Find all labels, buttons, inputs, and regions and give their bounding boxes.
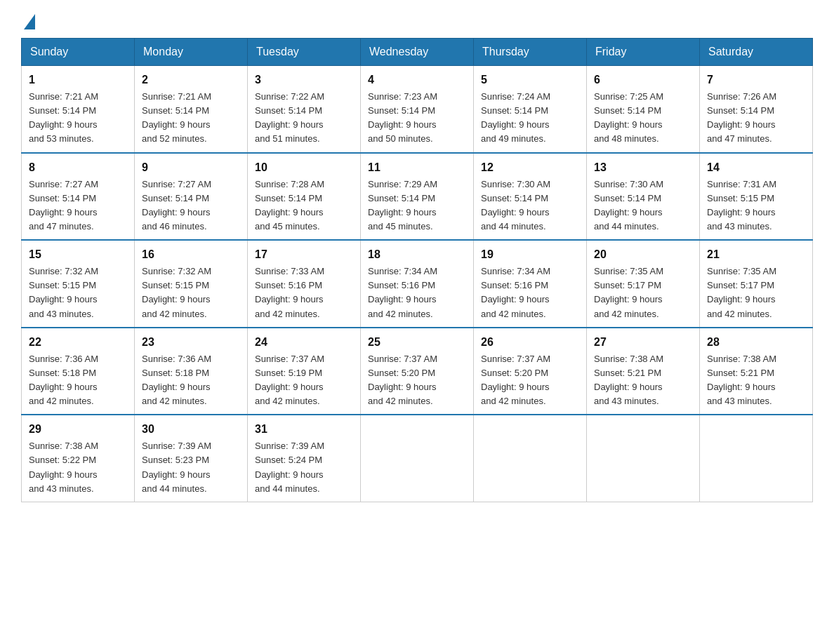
- calendar-cell: 27Sunrise: 7:38 AMSunset: 5:21 PMDayligh…: [587, 328, 700, 415]
- calendar-cell: 3Sunrise: 7:22 AMSunset: 5:14 PMDaylight…: [248, 66, 361, 153]
- calendar-cell: 2Sunrise: 7:21 AMSunset: 5:14 PMDaylight…: [135, 66, 248, 153]
- day-info: Sunrise: 7:30 AMSunset: 5:14 PMDaylight:…: [481, 177, 579, 234]
- day-info: Sunrise: 7:37 AMSunset: 5:19 PMDaylight:…: [255, 352, 353, 409]
- day-number: 5: [481, 72, 579, 88]
- calendar-cell: 12Sunrise: 7:30 AMSunset: 5:14 PMDayligh…: [474, 153, 587, 241]
- day-info: Sunrise: 7:23 AMSunset: 5:14 PMDaylight:…: [368, 90, 466, 147]
- calendar-cell: 6Sunrise: 7:25 AMSunset: 5:14 PMDaylight…: [587, 66, 700, 153]
- logo-triangle-icon: [24, 14, 35, 29]
- day-info: Sunrise: 7:36 AMSunset: 5:18 PMDaylight:…: [142, 352, 240, 409]
- day-number: 30: [142, 421, 240, 438]
- day-info: Sunrise: 7:26 AMSunset: 5:14 PMDaylight:…: [707, 90, 805, 147]
- day-info: Sunrise: 7:24 AMSunset: 5:14 PMDaylight:…: [481, 90, 579, 147]
- day-number: 7: [707, 72, 805, 88]
- day-info: Sunrise: 7:27 AMSunset: 5:14 PMDaylight:…: [29, 177, 127, 234]
- calendar-header-row: SundayMondayTuesdayWednesdayThursdayFrid…: [22, 39, 813, 66]
- day-info: Sunrise: 7:34 AMSunset: 5:16 PMDaylight:…: [481, 264, 579, 321]
- day-info: Sunrise: 7:33 AMSunset: 5:16 PMDaylight:…: [255, 264, 353, 321]
- day-info: Sunrise: 7:21 AMSunset: 5:14 PMDaylight:…: [29, 90, 127, 147]
- day-number: 17: [255, 246, 353, 263]
- day-info: Sunrise: 7:39 AMSunset: 5:23 PMDaylight:…: [142, 439, 240, 496]
- day-info: Sunrise: 7:34 AMSunset: 5:16 PMDaylight:…: [368, 264, 466, 321]
- day-info: Sunrise: 7:21 AMSunset: 5:14 PMDaylight:…: [142, 90, 240, 147]
- calendar-cell: 15Sunrise: 7:32 AMSunset: 5:15 PMDayligh…: [22, 240, 135, 328]
- logo: [21, 14, 35, 24]
- calendar-cell: 26Sunrise: 7:37 AMSunset: 5:20 PMDayligh…: [474, 328, 587, 415]
- calendar-cell: 23Sunrise: 7:36 AMSunset: 5:18 PMDayligh…: [135, 328, 248, 415]
- calendar-cell: 21Sunrise: 7:35 AMSunset: 5:17 PMDayligh…: [700, 240, 813, 328]
- day-info: Sunrise: 7:31 AMSunset: 5:15 PMDaylight:…: [707, 177, 805, 234]
- day-number: 29: [29, 421, 127, 438]
- calendar-cell: [361, 415, 474, 502]
- day-number: 11: [368, 159, 466, 176]
- day-number: 28: [707, 334, 805, 351]
- day-info: Sunrise: 7:37 AMSunset: 5:20 PMDaylight:…: [481, 352, 579, 409]
- calendar-cell: 18Sunrise: 7:34 AMSunset: 5:16 PMDayligh…: [361, 240, 474, 328]
- calendar-cell: 28Sunrise: 7:38 AMSunset: 5:21 PMDayligh…: [700, 328, 813, 415]
- day-info: Sunrise: 7:36 AMSunset: 5:18 PMDaylight:…: [29, 352, 127, 409]
- day-info: Sunrise: 7:28 AMSunset: 5:14 PMDaylight:…: [255, 177, 353, 234]
- day-number: 8: [29, 159, 127, 176]
- calendar-cell: 14Sunrise: 7:31 AMSunset: 5:15 PMDayligh…: [700, 153, 813, 241]
- calendar-cell: 11Sunrise: 7:29 AMSunset: 5:14 PMDayligh…: [361, 153, 474, 241]
- calendar-week-row: 15Sunrise: 7:32 AMSunset: 5:15 PMDayligh…: [22, 240, 813, 328]
- calendar-table: SundayMondayTuesdayWednesdayThursdayFrid…: [21, 38, 813, 502]
- day-number: 25: [368, 334, 466, 351]
- calendar-cell: 24Sunrise: 7:37 AMSunset: 5:19 PMDayligh…: [248, 328, 361, 415]
- day-info: Sunrise: 7:29 AMSunset: 5:14 PMDaylight:…: [368, 177, 466, 234]
- day-info: Sunrise: 7:32 AMSunset: 5:15 PMDaylight:…: [29, 264, 127, 321]
- calendar-cell: 19Sunrise: 7:34 AMSunset: 5:16 PMDayligh…: [474, 240, 587, 328]
- calendar-week-row: 29Sunrise: 7:38 AMSunset: 5:22 PMDayligh…: [22, 415, 813, 502]
- calendar-cell: 17Sunrise: 7:33 AMSunset: 5:16 PMDayligh…: [248, 240, 361, 328]
- day-number: 18: [368, 246, 466, 263]
- header-wednesday: Wednesday: [361, 39, 474, 66]
- day-info: Sunrise: 7:35 AMSunset: 5:17 PMDaylight:…: [594, 264, 692, 321]
- page-header: [21, 14, 813, 24]
- calendar-cell: 1Sunrise: 7:21 AMSunset: 5:14 PMDaylight…: [22, 66, 135, 153]
- day-number: 26: [481, 334, 579, 351]
- calendar-cell: 25Sunrise: 7:37 AMSunset: 5:20 PMDayligh…: [361, 328, 474, 415]
- calendar-cell: 9Sunrise: 7:27 AMSunset: 5:14 PMDaylight…: [135, 153, 248, 241]
- day-number: 4: [368, 72, 466, 88]
- day-info: Sunrise: 7:30 AMSunset: 5:14 PMDaylight:…: [594, 177, 692, 234]
- day-info: Sunrise: 7:25 AMSunset: 5:14 PMDaylight:…: [594, 90, 692, 147]
- day-number: 14: [707, 159, 805, 176]
- header-friday: Friday: [587, 39, 700, 66]
- calendar-cell: 30Sunrise: 7:39 AMSunset: 5:23 PMDayligh…: [135, 415, 248, 502]
- calendar-cell: 16Sunrise: 7:32 AMSunset: 5:15 PMDayligh…: [135, 240, 248, 328]
- header-thursday: Thursday: [474, 39, 587, 66]
- calendar-cell: 10Sunrise: 7:28 AMSunset: 5:14 PMDayligh…: [248, 153, 361, 241]
- day-info: Sunrise: 7:37 AMSunset: 5:20 PMDaylight:…: [368, 352, 466, 409]
- day-number: 13: [594, 159, 692, 176]
- day-number: 22: [29, 334, 127, 351]
- calendar-cell: [587, 415, 700, 502]
- day-info: Sunrise: 7:27 AMSunset: 5:14 PMDaylight:…: [142, 177, 240, 234]
- day-info: Sunrise: 7:38 AMSunset: 5:21 PMDaylight:…: [707, 352, 805, 409]
- day-number: 15: [29, 246, 127, 263]
- day-number: 1: [29, 72, 127, 88]
- calendar-cell: 13Sunrise: 7:30 AMSunset: 5:14 PMDayligh…: [587, 153, 700, 241]
- day-number: 16: [142, 246, 240, 263]
- day-info: Sunrise: 7:32 AMSunset: 5:15 PMDaylight:…: [142, 264, 240, 321]
- day-number: 10: [255, 159, 353, 176]
- calendar-week-row: 8Sunrise: 7:27 AMSunset: 5:14 PMDaylight…: [22, 153, 813, 241]
- day-info: Sunrise: 7:38 AMSunset: 5:21 PMDaylight:…: [594, 352, 692, 409]
- day-number: 27: [594, 334, 692, 351]
- day-info: Sunrise: 7:39 AMSunset: 5:24 PMDaylight:…: [255, 439, 353, 496]
- day-number: 23: [142, 334, 240, 351]
- calendar-cell: 31Sunrise: 7:39 AMSunset: 5:24 PMDayligh…: [248, 415, 361, 502]
- calendar-cell: 7Sunrise: 7:26 AMSunset: 5:14 PMDaylight…: [700, 66, 813, 153]
- day-number: 2: [142, 72, 240, 88]
- day-number: 19: [481, 246, 579, 263]
- day-number: 24: [255, 334, 353, 351]
- calendar-week-row: 22Sunrise: 7:36 AMSunset: 5:18 PMDayligh…: [22, 328, 813, 415]
- day-number: 3: [255, 72, 353, 88]
- day-number: 20: [594, 246, 692, 263]
- calendar-cell: [700, 415, 813, 502]
- calendar-week-row: 1Sunrise: 7:21 AMSunset: 5:14 PMDaylight…: [22, 66, 813, 153]
- header-sunday: Sunday: [22, 39, 135, 66]
- day-number: 21: [707, 246, 805, 263]
- day-info: Sunrise: 7:22 AMSunset: 5:14 PMDaylight:…: [255, 90, 353, 147]
- calendar-cell: 22Sunrise: 7:36 AMSunset: 5:18 PMDayligh…: [22, 328, 135, 415]
- day-info: Sunrise: 7:35 AMSunset: 5:17 PMDaylight:…: [707, 264, 805, 321]
